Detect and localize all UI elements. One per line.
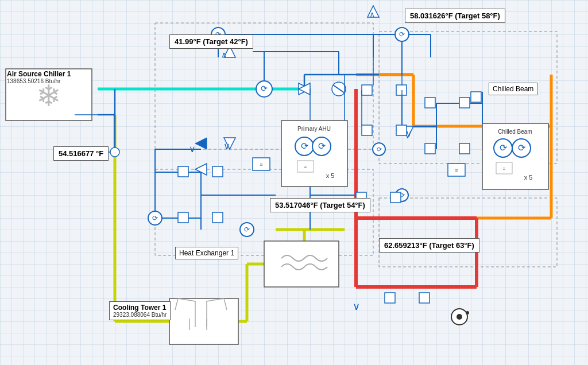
svg-rect-117 (178, 166, 188, 177)
heat-exchanger-label: Heat Exchanger 1 (175, 247, 238, 259)
svg-text:❄: ❄ (36, 79, 61, 112)
temp-label-3: 54.516677 °F (53, 146, 109, 161)
svg-text:⟳: ⟳ (518, 143, 526, 153)
svg-rect-119 (178, 212, 188, 223)
temp-label-2: 58.031626°F (Target 58°F) (405, 9, 505, 23)
svg-text:∧: ∧ (369, 10, 375, 19)
svg-text:⟳: ⟳ (377, 146, 382, 153)
svg-rect-120 (212, 212, 223, 223)
svg-text:⟳: ⟳ (399, 30, 405, 38)
svg-rect-108 (362, 85, 372, 95)
svg-marker-67 (195, 138, 207, 149)
svg-point-126 (457, 314, 462, 320)
diagram-container: ⟳ ⟳ ⟳ ⟳ ⟳ ⟳ ⟳ ∨ ∨ ∨ (0, 0, 588, 365)
svg-point-136 (110, 147, 119, 157)
svg-rect-114 (471, 92, 481, 102)
svg-rect-109 (396, 85, 407, 95)
svg-rect-3 (379, 198, 557, 267)
svg-rect-111 (396, 125, 407, 135)
svg-rect-118 (212, 166, 223, 177)
svg-text:≡: ≡ (503, 166, 506, 172)
svg-text:Primary AHU: Primary AHU (297, 126, 331, 132)
svg-rect-124 (419, 293, 430, 303)
svg-text:⟳: ⟳ (301, 141, 309, 151)
svg-rect-112 (425, 98, 435, 108)
svg-text:⟳: ⟳ (318, 141, 326, 151)
svg-text:≡: ≡ (260, 162, 262, 168)
temp-label-1: 41.99°F (Target 42°F) (169, 34, 253, 49)
svg-rect-122 (390, 192, 401, 203)
svg-text:⟳: ⟳ (261, 84, 268, 93)
svg-text:∨: ∨ (189, 144, 196, 154)
svg-rect-115 (425, 143, 435, 154)
svg-text:x 5: x 5 (326, 172, 335, 179)
svg-text:x 5: x 5 (524, 174, 533, 181)
svg-rect-113 (459, 98, 470, 108)
chilled-beam-callout: Chilled Beam (489, 83, 537, 95)
diagram-svg: ⟳ ⟳ ⟳ ⟳ ⟳ ⟳ ⟳ ∨ ∨ ∨ (0, 0, 588, 365)
svg-text:Chilled Beam: Chilled Beam (498, 129, 532, 135)
svg-rect-102 (264, 241, 339, 287)
svg-text:∨: ∨ (353, 301, 360, 312)
temp-label-5: 62.659213°F (Target 63°F) (379, 238, 479, 253)
svg-text:⟳: ⟳ (500, 143, 508, 153)
svg-rect-123 (385, 293, 395, 303)
svg-point-127 (466, 311, 469, 314)
svg-text:∨: ∨ (223, 141, 230, 151)
svg-text:⟳: ⟳ (244, 226, 250, 234)
svg-text:⟳: ⟳ (152, 214, 158, 222)
svg-rect-110 (362, 125, 372, 135)
svg-text:∧: ∧ (221, 50, 227, 59)
temp-label-4: 53.517046°F (Target 54°F) (270, 198, 370, 212)
svg-text:≡: ≡ (455, 168, 458, 173)
svg-text:≡: ≡ (304, 165, 307, 170)
svg-rect-103 (169, 298, 238, 344)
svg-rect-116 (459, 143, 470, 154)
